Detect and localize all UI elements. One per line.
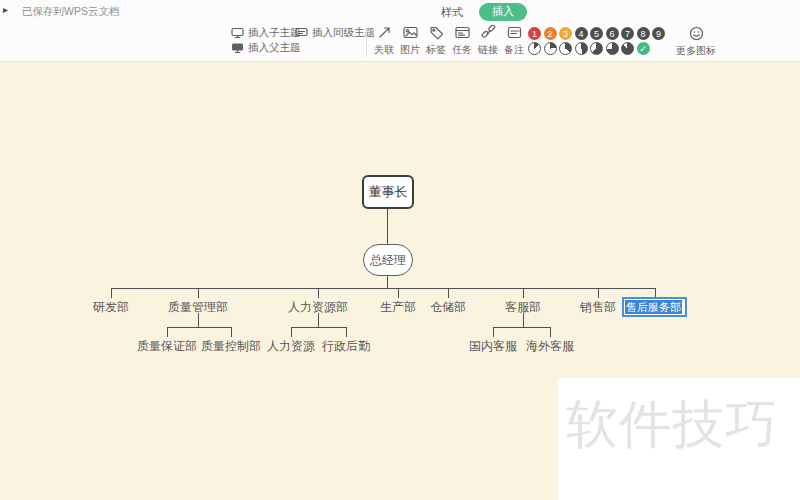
watermark-text: 软件技巧: [566, 390, 778, 460]
connector-drop: [198, 288, 199, 298]
node-warehouse-dept[interactable]: 仓储部: [424, 299, 472, 316]
insert-child-topic-label: 插入子主题: [248, 26, 301, 40]
collapse-sidebar-icon[interactable]: ▸: [3, 4, 8, 15]
connector-sub: [318, 313, 319, 327]
title-bar: ▸ 已保存到WPS云文档 样式 插入: [0, 0, 800, 22]
priority-badge-2[interactable]: 2: [544, 27, 557, 40]
node-general-manager[interactable]: 总经理: [363, 244, 413, 276]
tag-icon: [429, 25, 444, 40]
node-production-dept[interactable]: 生产部: [374, 299, 422, 316]
node-human-resources[interactable]: 人力资源: [267, 338, 315, 355]
image-button[interactable]: 图片: [397, 25, 423, 57]
connector-drop: [398, 288, 399, 298]
note-icon: [507, 25, 522, 40]
progress-icon-2[interactable]: [544, 42, 557, 55]
task-button[interactable]: 任务: [449, 25, 475, 57]
insert-toolbar: 插入子主题 插入同级主题 插入父主题 关联 图片 标签 任务 链接: [0, 22, 800, 62]
priority-badge-1[interactable]: 1: [528, 27, 541, 40]
connector-drop: [346, 327, 347, 337]
connector-root-manager: [387, 209, 388, 244]
connector-drop: [493, 327, 494, 337]
connector-drop: [111, 288, 112, 298]
connector-drop: [448, 288, 449, 298]
priority-badge-9[interactable]: 9: [652, 27, 665, 40]
node-admin-logistics[interactable]: 行政后勤: [322, 338, 370, 355]
progress-icons-row: ✓: [528, 42, 650, 55]
relation-button[interactable]: 关联: [371, 25, 397, 57]
node-domestic-cs[interactable]: 国内客服: [469, 338, 517, 355]
progress-icon-3[interactable]: [559, 42, 572, 55]
connector-sub: [523, 313, 524, 327]
tab-style[interactable]: 样式: [441, 5, 463, 20]
watermark-area: 软件技巧: [558, 378, 800, 500]
progress-icon-6[interactable]: [606, 42, 619, 55]
progress-icon-7[interactable]: [621, 42, 634, 55]
priority-badge-3[interactable]: 3: [559, 27, 572, 40]
node-sales-dept[interactable]: 销售部: [574, 299, 622, 316]
progress-icon-1[interactable]: [528, 42, 541, 55]
sibling-topic-icon: [295, 27, 308, 39]
link-label: 链接: [478, 43, 498, 57]
tag-button[interactable]: 标签: [423, 25, 449, 57]
insert-child-topic-button[interactable]: 插入子主题: [231, 26, 301, 40]
parent-topic-icon: [231, 42, 244, 54]
selected-text: 售后服务部: [625, 300, 682, 314]
progress-icon-5[interactable]: [590, 42, 603, 55]
tab-insert[interactable]: 插入: [479, 3, 527, 21]
priority-badge-5[interactable]: 5: [590, 27, 603, 40]
more-icons-button[interactable]: 更多图标: [674, 26, 718, 58]
smiley-icon: [689, 26, 704, 41]
priority-badges-row: 123456789: [528, 27, 665, 40]
priority-badge-8[interactable]: 8: [637, 27, 650, 40]
image-label: 图片: [400, 43, 420, 57]
connector-drop: [167, 327, 168, 337]
connector-sub: [493, 327, 551, 328]
connector-sub: [198, 313, 199, 327]
node-overseas-cs[interactable]: 海外客服: [526, 338, 574, 355]
connector-drop: [291, 327, 292, 337]
node-quality-assurance[interactable]: 质量保证部: [137, 338, 197, 355]
priority-badge-4[interactable]: 4: [575, 27, 588, 40]
priority-badge-7[interactable]: 7: [621, 27, 634, 40]
relation-label: 关联: [374, 43, 394, 57]
connector-drop: [655, 288, 656, 297]
connector-sub: [291, 327, 347, 328]
note-button[interactable]: 备注: [501, 25, 527, 57]
connector-drop: [523, 288, 524, 298]
tag-label: 标签: [426, 43, 446, 57]
save-status-text: 已保存到WPS云文档: [22, 5, 119, 19]
task-icon: [455, 25, 470, 40]
node-after-sales-editing[interactable]: 售后服务部: [622, 297, 687, 317]
progress-done-icon[interactable]: ✓: [637, 42, 650, 55]
link-button[interactable]: 链接: [475, 25, 501, 57]
insert-parent-topic-button[interactable]: 插入父主题: [231, 41, 301, 55]
node-rnd-dept[interactable]: 研发部: [87, 299, 135, 316]
more-icons-label: 更多图标: [676, 44, 716, 58]
mindmap-canvas[interactable]: 董事长 总经理 研发部 质量管理部 人力资源部 生产部 仓储部 客服部 销售部 …: [0, 62, 800, 500]
connector-drop: [231, 327, 232, 337]
connector-trunk: [111, 288, 656, 289]
link-icon: [481, 25, 496, 40]
task-label: 任务: [452, 43, 472, 57]
connector-drop: [598, 288, 599, 298]
connector-sub: [167, 327, 231, 328]
image-icon: [403, 25, 418, 40]
connector-drop: [550, 327, 551, 337]
node-chairman[interactable]: 董事长: [362, 175, 414, 209]
priority-badge-6[interactable]: 6: [606, 27, 619, 40]
insert-parent-topic-label: 插入父主题: [248, 41, 301, 55]
node-quality-control[interactable]: 质量控制部: [201, 338, 261, 355]
relation-arrow-icon: [377, 25, 392, 40]
progress-icon-4[interactable]: [575, 42, 588, 55]
child-topic-icon: [231, 27, 244, 39]
connector-manager-trunk: [387, 276, 388, 288]
tools-row: 关联 图片 标签 任务 链接 备注: [371, 25, 527, 57]
toolbar-divider: [366, 26, 367, 57]
insert-sibling-topic-button[interactable]: 插入同级主题: [295, 26, 375, 40]
connector-drop: [318, 288, 319, 298]
note-label: 备注: [504, 43, 524, 57]
